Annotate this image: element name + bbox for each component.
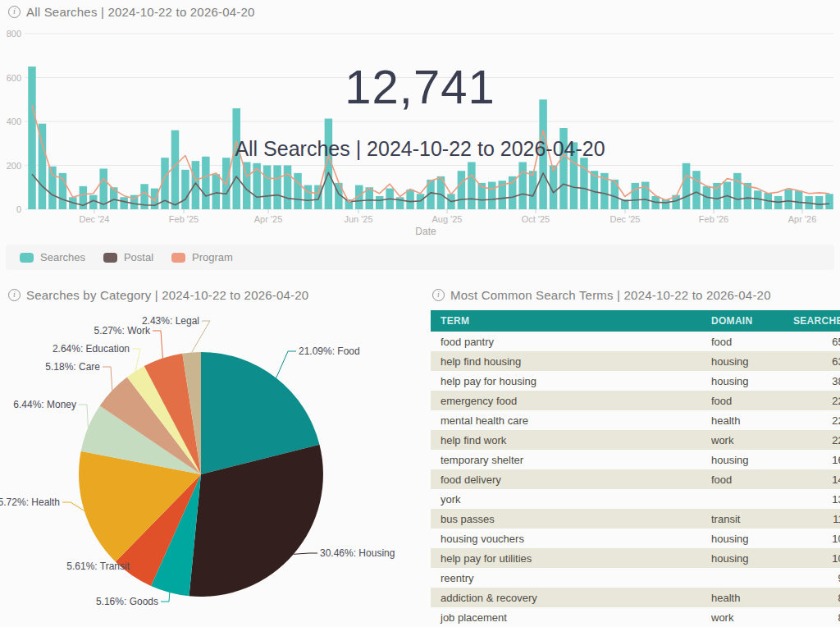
searches-bar[interactable] bbox=[662, 199, 670, 209]
searches-bar[interactable] bbox=[468, 162, 476, 209]
searches-bar[interactable] bbox=[815, 196, 824, 209]
searches-cell: 83 bbox=[785, 607, 840, 627]
searches-bar[interactable] bbox=[192, 161, 200, 209]
searches-bar[interactable] bbox=[518, 162, 527, 209]
pie-slice-label: 15.72%: Health bbox=[0, 497, 60, 508]
x-tick-label: Dec '25 bbox=[610, 214, 641, 224]
term-cell: addiction & recovery bbox=[431, 588, 711, 607]
searches-cell: 229 bbox=[785, 391, 840, 410]
legend-item-postal[interactable]: Postal bbox=[103, 251, 153, 263]
pie-slice-label: 30.46%: Housing bbox=[320, 547, 395, 559]
term-cell: food pantry bbox=[431, 332, 711, 351]
searches-bar[interactable] bbox=[611, 180, 619, 209]
searches-swatch-icon bbox=[20, 253, 34, 263]
searches-bar[interactable] bbox=[632, 183, 640, 209]
searches-bar[interactable] bbox=[692, 171, 701, 209]
program-swatch-icon bbox=[171, 253, 185, 263]
searches-bar[interactable] bbox=[406, 190, 414, 209]
term-cell: help pay for utilities bbox=[431, 548, 711, 568]
searches-bar[interactable] bbox=[488, 182, 496, 209]
searches-bar[interactable] bbox=[284, 166, 292, 210]
category-pie-chart: 21.09%: Food30.46%: Housing5.16%: Goods5… bbox=[0, 304, 420, 627]
y-tick-label: 0 bbox=[16, 204, 21, 214]
searches-bar[interactable] bbox=[396, 197, 404, 209]
domain-cell: housing bbox=[711, 529, 785, 548]
searches-bar[interactable] bbox=[263, 166, 272, 210]
chart-legend: Searches Postal Program bbox=[6, 245, 834, 270]
searches-bar[interactable] bbox=[795, 190, 803, 209]
pie-label-leader bbox=[62, 502, 84, 510]
searches-bar[interactable] bbox=[733, 173, 742, 209]
searches-bar[interactable] bbox=[458, 171, 466, 209]
pie-slice-label: 2.43%: Legal bbox=[142, 315, 199, 327]
column-header-term[interactable]: TERM bbox=[431, 310, 711, 332]
searches-bar[interactable] bbox=[539, 99, 547, 209]
domain-cell bbox=[711, 489, 785, 509]
pie-slice-label: 5.61%: Transit bbox=[66, 561, 130, 572]
domain-cell: housing bbox=[711, 450, 785, 469]
searches-bar[interactable] bbox=[48, 167, 56, 209]
table-row: reentry97 bbox=[431, 568, 840, 588]
searches-bar[interactable] bbox=[294, 173, 302, 209]
table-row: help find workwork228 bbox=[431, 430, 840, 450]
pie-label-leader bbox=[132, 349, 140, 371]
table-row: bus passestransit119 bbox=[431, 509, 840, 529]
legend-item-program[interactable]: Program bbox=[171, 251, 233, 263]
legend-item-searches[interactable]: Searches bbox=[20, 251, 85, 263]
info-icon[interactable]: i bbox=[432, 289, 445, 301]
domain-cell: health bbox=[711, 588, 785, 607]
column-header-domain[interactable]: DOMAIN bbox=[711, 310, 785, 332]
term-cell: job placement bbox=[431, 607, 711, 627]
searches-bar[interactable] bbox=[376, 196, 384, 209]
searches-cell: 652 bbox=[785, 332, 840, 351]
pie-label-leader bbox=[161, 593, 170, 602]
searches-bar[interactable] bbox=[28, 66, 36, 209]
table-row: help pay for housinghousing387 bbox=[431, 371, 840, 391]
searches-bar[interactable] bbox=[825, 194, 833, 209]
searches-cell: 87 bbox=[785, 588, 840, 607]
table-row: housing vouchershousing109 bbox=[431, 529, 840, 548]
searches-bar[interactable] bbox=[559, 128, 568, 209]
searches-bar[interactable] bbox=[232, 108, 240, 209]
searches-bar[interactable] bbox=[171, 130, 180, 209]
searches-cell: 169 bbox=[785, 450, 840, 469]
legend-label: Postal bbox=[124, 251, 153, 263]
category-panel-title: i Searches by Category | 2024-10-22 to 2… bbox=[8, 288, 308, 302]
searches-bar[interactable] bbox=[784, 190, 792, 209]
info-icon[interactable]: i bbox=[8, 289, 21, 301]
panel-title-text: Searches by Category | 2024-10-22 to 202… bbox=[26, 288, 308, 302]
pie-slice-label: 5.18%: Care bbox=[45, 361, 100, 373]
y-tick-label: 600 bbox=[7, 73, 21, 83]
searches-bar[interactable] bbox=[120, 197, 128, 209]
searches-bar[interactable] bbox=[273, 166, 281, 210]
searches-bar[interactable] bbox=[713, 183, 721, 209]
x-axis-title: Date bbox=[415, 226, 436, 237]
x-tick-label: Feb '25 bbox=[169, 214, 199, 224]
term-cell: food delivery bbox=[431, 469, 711, 489]
searches-bar[interactable] bbox=[202, 157, 210, 209]
term-cell: housing vouchers bbox=[431, 529, 711, 548]
searches-cell: 228 bbox=[785, 430, 840, 450]
pie-slice-label: 5.27%: Work bbox=[94, 325, 151, 336]
term-cell: emergency food bbox=[431, 391, 711, 410]
searches-bar[interactable] bbox=[580, 158, 588, 209]
domain-cell: food bbox=[711, 391, 785, 410]
x-tick-label: Oct '25 bbox=[522, 214, 550, 224]
searches-bar[interactable] bbox=[39, 124, 47, 209]
x-tick-label: Dec '24 bbox=[80, 214, 110, 224]
table-row: york139 bbox=[431, 489, 840, 509]
searches-bar[interactable] bbox=[570, 142, 578, 209]
searches-bar[interactable] bbox=[682, 163, 691, 209]
x-tick-label: Feb '26 bbox=[699, 214, 728, 224]
term-cell: york bbox=[431, 489, 711, 509]
y-tick-label: 800 bbox=[7, 29, 21, 39]
searches-bar[interactable] bbox=[181, 170, 189, 209]
searches-bar[interactable] bbox=[509, 176, 517, 209]
y-tick-label: 400 bbox=[7, 117, 21, 126]
searches-bar[interactable] bbox=[212, 174, 221, 209]
searches-bar[interactable] bbox=[314, 185, 322, 209]
term-cell: mental health care bbox=[431, 410, 711, 430]
table-row: job placementwork83 bbox=[431, 607, 840, 627]
column-header-searches[interactable]: SEARCHES bbox=[785, 310, 840, 332]
domain-cell: housing bbox=[711, 548, 785, 568]
